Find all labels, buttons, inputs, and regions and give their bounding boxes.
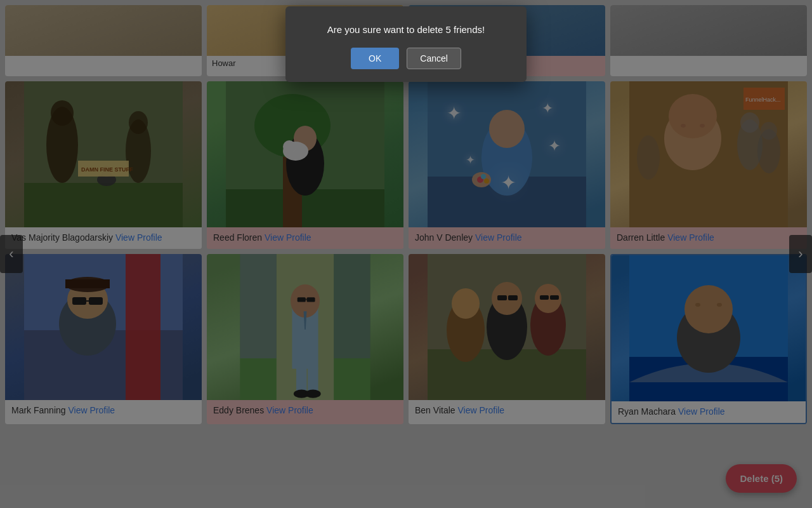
- modal-overlay: Are you sure want to delete 5 friends! O…: [0, 0, 812, 508]
- modal-dialog: Are you sure want to delete 5 friends! O…: [285, 6, 527, 82]
- page-container: Howar ‹ ›: [0, 0, 812, 508]
- cancel-button[interactable]: Cancel: [407, 48, 461, 69]
- ok-button[interactable]: OK: [351, 48, 399, 69]
- modal-buttons: OK Cancel: [351, 48, 461, 69]
- modal-message: Are you sure want to delete 5 friends!: [327, 24, 485, 35]
